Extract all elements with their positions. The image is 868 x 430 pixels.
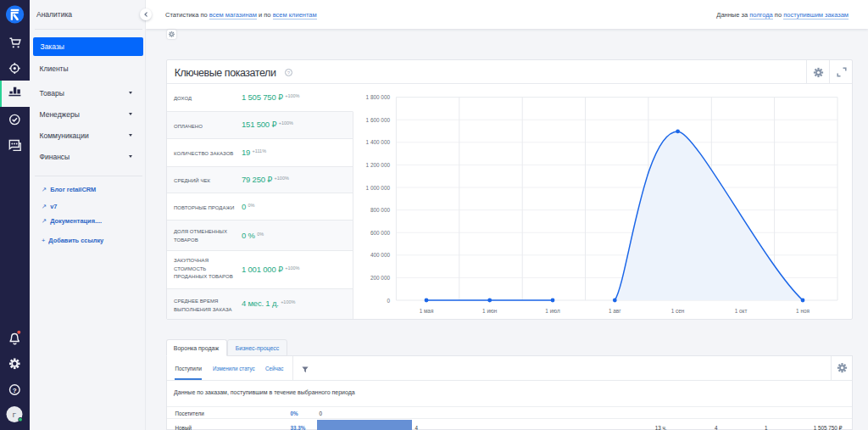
svg-text:200 000: 200 000 — [370, 275, 390, 281]
svg-text:1 сен: 1 сен — [670, 308, 684, 314]
svg-text:600 000: 600 000 — [370, 230, 390, 236]
svg-text:?: ? — [13, 387, 17, 394]
svg-text:1 000 000: 1 000 000 — [365, 185, 390, 191]
svg-text:1 600 000: 1 600 000 — [365, 117, 390, 123]
svg-text:1 400 000: 1 400 000 — [365, 139, 390, 145]
svg-text:Г: Г — [13, 411, 17, 419]
svg-text:1 мая: 1 мая — [419, 308, 433, 314]
svg-text:400 000: 400 000 — [370, 252, 390, 258]
svg-text:1 июл: 1 июл — [545, 308, 560, 314]
svg-text:?: ? — [287, 70, 290, 75]
svg-text:800 000: 800 000 — [370, 207, 390, 213]
svg-text:1 800 000: 1 800 000 — [365, 94, 390, 100]
svg-text:1 июн: 1 июн — [482, 308, 498, 314]
svg-text:1 ноя: 1 ноя — [796, 308, 810, 314]
svg-text:1 окт: 1 окт — [734, 308, 747, 314]
svg-text:0: 0 — [387, 298, 390, 304]
svg-text:1 200 000: 1 200 000 — [365, 162, 390, 168]
svg-text:1 авг: 1 авг — [608, 308, 620, 314]
